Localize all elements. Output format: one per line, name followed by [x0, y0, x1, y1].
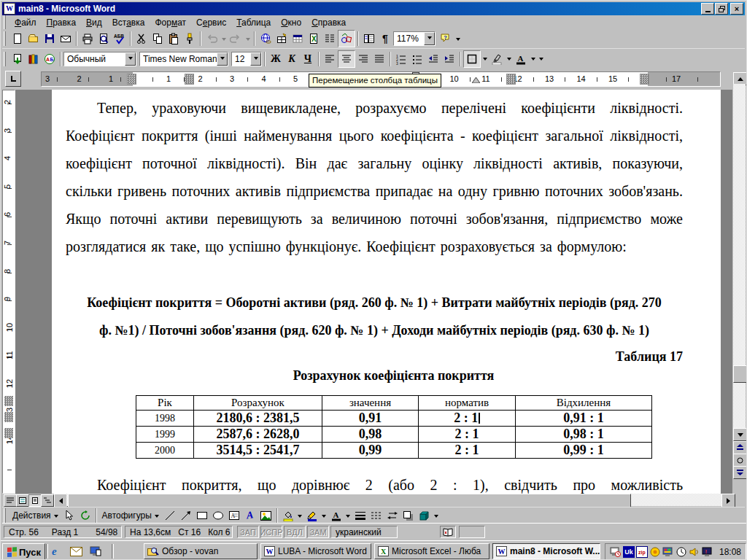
highlight-button[interactable] — [489, 51, 505, 67]
show-hide-paragraph-button[interactable]: ¶ — [377, 31, 393, 47]
zoom-combobox[interactable]: 117% — [393, 31, 436, 46]
undo-button[interactable] — [204, 31, 220, 47]
spelling-button[interactable]: АБВ — [112, 31, 128, 47]
font-dropdown-button[interactable] — [217, 52, 228, 66]
menu-view[interactable]: Вид — [81, 16, 107, 29]
numbered-list-button[interactable]: 123 — [393, 51, 409, 67]
italic-button[interactable]: К — [284, 51, 300, 67]
redo-dropdown[interactable] — [244, 31, 252, 47]
line-button[interactable] — [162, 508, 178, 524]
start-button[interactable]: Пуск — [2, 543, 45, 560]
new-document-button[interactable] — [9, 31, 26, 47]
toolbar-grip[interactable] — [4, 31, 6, 46]
table-column-marker[interactable] — [640, 74, 649, 85]
table-column-marker[interactable] — [185, 74, 194, 85]
font-combobox[interactable]: Times New Roman — [139, 52, 228, 66]
next-page-button[interactable] — [733, 466, 747, 479]
header-cell[interactable]: Розрахунок — [194, 396, 322, 411]
menu-window[interactable]: Окно — [276, 16, 306, 29]
monitor-alert-tray-icon[interactable]: ! — [702, 546, 713, 558]
keyboard-language-indicator[interactable]: Uk — [623, 546, 635, 558]
redo-button[interactable] — [228, 31, 244, 47]
minimize-button[interactable] — [701, 3, 714, 15]
close-button[interactable]: × — [730, 3, 743, 15]
table-cell[interactable]: 0,99 — [322, 443, 419, 459]
table-cell[interactable]: 3514,5 : 2541,7 — [194, 443, 322, 459]
dash-style-button[interactable] — [368, 508, 384, 524]
format-painter-button[interactable] — [182, 31, 198, 47]
tables-and-borders-button[interactable] — [274, 31, 290, 47]
toolbar-options-button[interactable] — [454, 31, 462, 47]
outside-border-button[interactable] — [463, 50, 481, 68]
table-cell[interactable]: 1998 — [136, 411, 194, 427]
clock-face-tray-icon[interactable] — [676, 546, 687, 558]
table-column-marker[interactable] — [506, 74, 516, 85]
drawing-button[interactable] — [338, 30, 355, 47]
table-title[interactable]: Розрахунок коефіцієнта покриття — [136, 368, 651, 384]
line-style-button[interactable] — [352, 508, 368, 524]
menu-format[interactable]: Формат — [150, 16, 191, 29]
scroll-down-button[interactable] — [733, 428, 747, 441]
style-combobox[interactable]: Обычный — [63, 52, 136, 66]
underline-button[interactable]: Ч — [300, 51, 316, 67]
email-button[interactable] — [58, 31, 74, 47]
task-excel-luba[interactable]: X Microsoft Excel - Люба — [374, 543, 489, 559]
menu-help[interactable]: Справка — [306, 16, 351, 29]
select-objects-button[interactable] — [61, 508, 77, 524]
track-changes-indicator[interactable]: ИСПР — [260, 526, 282, 538]
display-settings-tray-icon[interactable] — [662, 546, 674, 558]
highlight-dropdown[interactable] — [505, 51, 513, 67]
paragraph-conclusion[interactable]: Коефіцієнт покриття, що дорівнює 2 (або … — [66, 471, 683, 494]
export-document-button[interactable] — [9, 51, 26, 67]
table-cell[interactable]: 2587,6 : 2628,0 — [194, 427, 322, 443]
table-cell[interactable]: 2 : 1 — [419, 427, 516, 443]
open-button[interactable] — [26, 31, 42, 47]
save-button[interactable] — [42, 31, 58, 47]
style-dropdown-button[interactable] — [125, 52, 136, 66]
border-dropdown[interactable] — [481, 51, 489, 67]
quick-launch-desktop[interactable] — [90, 546, 101, 559]
tab-selector[interactable] — [5, 71, 21, 87]
restore-button[interactable] — [715, 3, 728, 15]
shadow-button[interactable] — [400, 508, 417, 524]
fill-color-dropdown[interactable] — [296, 508, 304, 524]
draw-font-color-button[interactable]: А — [328, 508, 344, 524]
speaker-tray-icon[interactable] — [689, 546, 700, 558]
record-macro-indicator[interactable]: ЗАП — [237, 526, 259, 538]
help-button[interactable]: ? — [438, 31, 454, 47]
table-row-marker[interactable] — [4, 396, 13, 406]
font-color-dropdown[interactable] — [529, 51, 537, 67]
extend-selection-indicator[interactable]: ВДЛ — [284, 526, 306, 538]
library-button[interactable] — [26, 51, 42, 67]
coverage-ratio-table[interactable]: Рік Розрахунок значення норматив Відхиле… — [136, 395, 652, 459]
oval-button[interactable] — [210, 508, 226, 524]
table-cell-with-cursor[interactable]: 2 : 1 — [419, 411, 516, 427]
outline-view-button[interactable] — [41, 494, 54, 507]
increase-indent-button[interactable] — [441, 51, 457, 67]
scroll-right-button[interactable] — [721, 494, 735, 508]
font-size-combobox[interactable]: 12 — [231, 52, 262, 66]
zoom-dropdown-button[interactable] — [424, 32, 435, 45]
insert-hyperlink-button[interactable] — [258, 31, 274, 47]
quick-launch-mail[interactable] — [70, 547, 82, 559]
toolbar-options-button[interactable] — [433, 508, 441, 524]
table-cell[interactable]: 0,98 : 1 — [516, 427, 652, 443]
table-row-marker[interactable] — [4, 428, 13, 438]
align-center-button[interactable] — [338, 50, 355, 68]
table-cell[interactable]: 1999 — [136, 427, 194, 443]
font-color-button[interactable]: А — [513, 51, 529, 67]
align-left-button[interactable] — [322, 51, 338, 67]
header-cell[interactable]: Відхилення — [516, 396, 652, 411]
three-d-button[interactable] — [417, 508, 433, 524]
zip-tray-icon[interactable]: zip — [636, 546, 648, 558]
arrow-style-button[interactable] — [384, 508, 400, 524]
bulleted-list-button[interactable] — [409, 51, 425, 67]
print-preview-button[interactable] — [96, 31, 112, 47]
overtype-indicator[interactable]: ЗАМ — [307, 526, 329, 538]
title-bar[interactable]: W main8 - Microsoft Word × — [2, 2, 745, 15]
task-word-main8-active[interactable]: W main8 - Microsoft W... — [492, 543, 600, 559]
table-caption-label[interactable]: Таблиця 17 — [66, 349, 683, 365]
table-cell[interactable]: 0,99 : 1 — [516, 443, 652, 459]
document-page[interactable]: Тепер, ураховуючи вищевикладене, розраху… — [52, 90, 721, 494]
hanging-indent-marker[interactable] — [472, 75, 480, 85]
